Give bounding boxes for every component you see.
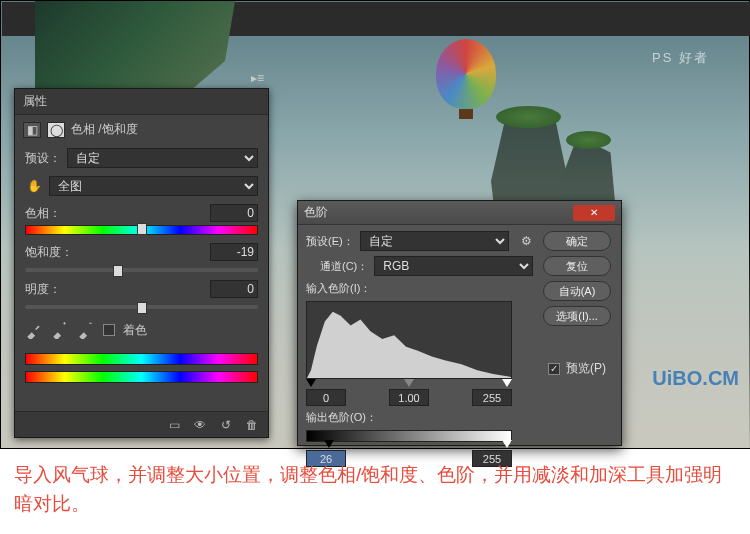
input-gamma-value[interactable] (389, 389, 429, 406)
rock-vegetation-1 (496, 106, 561, 128)
lightness-slider[interactable] (25, 305, 258, 309)
eyedropper-icon[interactable] (25, 321, 43, 339)
properties-panel: ▸≡ 属性 ◧ ◯ 色相 /饱和度 预设： 自定 ✋ 全图 色相： 饱和度： (14, 88, 269, 438)
rock-vegetation-2 (566, 131, 611, 149)
spectrum-bar-top (25, 353, 258, 365)
hue-slider[interactable] (25, 225, 258, 235)
mask-icon: ◯ (47, 122, 65, 138)
ok-button[interactable]: 确定 (543, 231, 611, 251)
output-levels-label: 输出色阶(O)： (306, 410, 377, 425)
balloon-basket (459, 109, 473, 119)
panel-title: 属性 (15, 89, 268, 115)
adjustment-icon: ◧ (23, 122, 41, 138)
preset-label: 预设： (25, 150, 61, 167)
options-button[interactable]: 选项(I)... (543, 306, 611, 326)
saturation-value[interactable] (210, 243, 258, 261)
levels-preset-select[interactable]: 自定 (360, 231, 509, 251)
lightness-value[interactable] (210, 280, 258, 298)
clip-icon[interactable]: ▭ (166, 417, 182, 433)
gear-icon[interactable]: ⚙ (519, 234, 533, 248)
eye-icon[interactable]: 👁 (192, 417, 208, 433)
channel-label: 通道(C)： (320, 259, 368, 274)
input-levels-label: 输入色阶(I)： (306, 281, 371, 296)
preview-label: 预览(P) (566, 360, 606, 377)
svg-marker-0 (307, 312, 511, 378)
eyedropper-plus-icon[interactable] (51, 321, 69, 339)
levels-title: 色阶 (304, 204, 328, 221)
channel-select[interactable]: RGB (374, 256, 533, 276)
preview-checkbox[interactable]: ✓ (548, 363, 560, 375)
adjustment-name: 色相 /饱和度 (71, 121, 138, 138)
colorize-label: 着色 (123, 322, 147, 339)
spectrum-bar-bottom (25, 371, 258, 383)
output-slider[interactable] (306, 440, 512, 448)
lightness-label: 明度： (25, 281, 61, 298)
close-button[interactable]: ✕ (573, 205, 615, 221)
watermark-bottom: UiBO.CM (652, 367, 739, 390)
histogram (306, 301, 512, 379)
delete-icon[interactable]: 🗑 (244, 417, 260, 433)
hand-icon[interactable]: ✋ (25, 178, 43, 194)
colorize-checkbox[interactable] (103, 324, 115, 336)
reset-button[interactable]: 复位 (543, 256, 611, 276)
saturation-label: 饱和度： (25, 244, 73, 261)
auto-button[interactable]: 自动(A) (543, 281, 611, 301)
eyedropper-minus-icon[interactable] (77, 321, 95, 339)
panel-flyout-icon[interactable]: ▸≡ (251, 71, 264, 85)
hue-label: 色相： (25, 205, 61, 222)
caption-text: 导入风气球，并调整大小位置，调整色相/饱和度、色阶，并用减淡和加深工具加强明暗对… (14, 460, 736, 519)
watermark-top: PS 好者 (652, 49, 709, 67)
preset-select[interactable]: 自定 (67, 148, 258, 168)
saturation-slider[interactable] (25, 268, 258, 272)
input-black-value[interactable] (306, 389, 346, 406)
hue-value[interactable] (210, 204, 258, 222)
levels-dialog: 色阶 ✕ 预设(E)： 自定 ⚙ 通道(C)： RGB 输入色阶(I)： (297, 200, 622, 446)
input-slider[interactable] (306, 379, 512, 387)
hot-air-balloon (436, 39, 496, 109)
levels-preset-label: 预设(E)： (306, 234, 354, 249)
reset-icon[interactable]: ↺ (218, 417, 234, 433)
range-select[interactable]: 全图 (49, 176, 258, 196)
input-white-value[interactable] (472, 389, 512, 406)
